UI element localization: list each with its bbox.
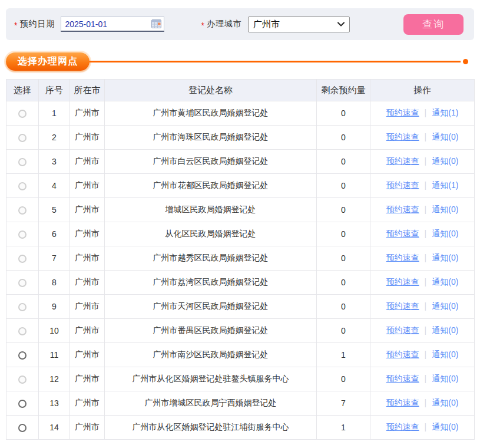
row-city: 广州市 — [70, 126, 105, 150]
quick-check-link[interactable]: 预约速查 — [386, 180, 419, 190]
notify-link[interactable]: 通知(0) — [432, 229, 458, 238]
row-select-radio[interactable] — [18, 400, 27, 408]
row-registry-name: 广州市海珠区民政局婚姻登记处 — [105, 126, 317, 150]
row-city: 广州市 — [70, 416, 105, 440]
row-select-radio — [18, 279, 27, 287]
row-remaining-count: 0 — [317, 271, 370, 295]
notify-link[interactable]: 通知(0) — [432, 132, 458, 141]
row-index: 13 — [39, 391, 70, 416]
row-select-radio — [18, 303, 27, 311]
notify-link[interactable]: 通知(0) — [432, 277, 458, 286]
row-remaining-count: 0 — [317, 367, 370, 391]
header-index: 序号 — [39, 80, 70, 101]
notify-link[interactable]: 通知(0) — [432, 398, 458, 407]
row-registry-name: 广州市天河区民政局婚姻登记处 — [105, 295, 317, 319]
table-row: 14 广州市 广州市从化区婚姻登记处驻江埔街服务中心 1 预约速查|通知(0) — [6, 416, 475, 440]
row-city: 广州市 — [70, 367, 105, 391]
notify-link[interactable]: 通知(0) — [432, 156, 458, 166]
row-select-radio — [18, 327, 27, 335]
table-row: 1 广州市 广州市黄埔区民政局婚姻登记处 0 预约速查|通知(1) — [6, 101, 475, 126]
row-registry-name: 广州市番禺区民政局婚姻登记处 — [105, 319, 317, 343]
quick-check-link[interactable]: 预约速查 — [386, 350, 419, 359]
link-separator: | — [425, 325, 427, 335]
link-separator: | — [425, 374, 427, 383]
notify-link[interactable]: 通知(0) — [432, 422, 458, 431]
quick-check-link[interactable]: 预约速查 — [386, 108, 419, 117]
header-actions: 操作 — [370, 80, 475, 101]
row-registry-name: 增城区民政局婚姻登记处 — [105, 198, 317, 222]
table-row: 13 广州市 广州市增城区民政局宁西婚姻登记处 7 预约速查|通知(0) — [6, 391, 475, 416]
table-row: 4 广州市 广州市花都区民政局婚姻登记处 0 预约速查|通知(1) — [6, 174, 475, 198]
quick-check-link[interactable]: 预约速查 — [386, 156, 419, 166]
row-remaining-count: 1 — [317, 343, 370, 367]
row-remaining-count: 0 — [317, 198, 370, 222]
row-index: 10 — [39, 319, 70, 343]
notify-link[interactable]: 通知(1) — [432, 180, 458, 190]
row-city: 广州市 — [70, 391, 105, 416]
quick-check-link[interactable]: 预约速查 — [386, 132, 419, 141]
quick-check-link[interactable]: 预约速查 — [386, 398, 419, 407]
quick-check-link[interactable]: 预约速查 — [386, 205, 419, 214]
notify-link[interactable]: 通知(1) — [432, 108, 458, 117]
query-bar: * 预约日期 2025-01-01 * 办理城市 广州市 查询 — [6, 8, 474, 40]
header-city: 所在市 — [70, 80, 105, 101]
row-index: 12 — [39, 367, 70, 391]
date-input[interactable]: 2025-01-01 — [61, 17, 164, 32]
notify-link[interactable]: 通知(0) — [432, 205, 458, 214]
row-index: 7 — [39, 246, 70, 271]
notify-link[interactable]: 通知(0) — [432, 325, 458, 335]
row-remaining-count: 7 — [317, 391, 370, 416]
row-select-radio[interactable] — [18, 351, 27, 360]
row-registry-name: 广州市荔湾区民政局婚姻登记处 — [105, 271, 317, 295]
table-row: 2 广州市 广州市海珠区民政局婚姻登记处 0 预约速查|通知(0) — [6, 126, 475, 150]
quick-check-link[interactable]: 预约速查 — [386, 229, 419, 238]
link-separator: | — [425, 229, 427, 238]
table-row: 8 广州市 广州市荔湾区民政局婚姻登记处 0 预约速查|通知(0) — [6, 271, 475, 295]
row-registry-name: 广州市黄埔区民政局婚姻登记处 — [105, 101, 317, 126]
table-row: 9 广州市 广州市天河区民政局婚姻登记处 0 预约速查|通知(0) — [6, 295, 475, 319]
row-registry-name: 广州市增城区民政局宁西婚姻登记处 — [105, 391, 317, 416]
table-row: 10 广州市 广州市番禺区民政局婚姻登记处 0 预约速查|通知(0) — [6, 319, 475, 343]
city-select[interactable]: 广州市 — [248, 17, 350, 32]
row-remaining-count: 0 — [317, 126, 370, 150]
row-city: 广州市 — [70, 174, 105, 198]
row-index: 6 — [39, 222, 70, 246]
quick-check-link[interactable]: 预约速查 — [386, 253, 419, 262]
quick-check-link[interactable]: 预约速查 — [386, 422, 419, 431]
notify-link[interactable]: 通知(0) — [432, 374, 458, 383]
row-remaining-count: 0 — [317, 222, 370, 246]
link-separator: | — [425, 205, 427, 214]
notify-link[interactable]: 通知(0) — [432, 253, 458, 262]
row-index: 1 — [39, 101, 70, 126]
row-index: 2 — [39, 126, 70, 150]
row-remaining-count: 0 — [317, 319, 370, 343]
quick-check-link[interactable]: 预约速查 — [386, 374, 419, 383]
quick-check-link[interactable]: 预约速查 — [386, 301, 419, 311]
row-index: 8 — [39, 271, 70, 295]
row-select-radio — [18, 134, 27, 142]
table-row: 7 广州市 广州市越秀区民政局婚姻登记处 0 预约速查|通知(0) — [6, 246, 475, 271]
row-select-radio — [18, 182, 27, 190]
row-registry-name: 广州市越秀区民政局婚姻登记处 — [105, 246, 317, 271]
row-select-radio — [18, 230, 27, 239]
row-index: 4 — [39, 174, 70, 198]
quick-check-link[interactable]: 预约速查 — [386, 325, 419, 335]
notify-link[interactable]: 通知(0) — [432, 301, 458, 311]
quick-check-link[interactable]: 预约速查 — [386, 277, 419, 286]
date-field: * 预约日期 2025-01-01 — [14, 17, 164, 32]
calendar-icon[interactable] — [151, 19, 161, 28]
row-select-radio[interactable] — [18, 424, 27, 432]
row-remaining-count: 0 — [317, 246, 370, 271]
chevron-down-icon — [337, 22, 345, 27]
section-header: 选择办理网点 — [6, 52, 474, 71]
required-asterisk: * — [201, 21, 204, 30]
required-asterisk: * — [14, 21, 17, 30]
link-separator: | — [425, 350, 427, 359]
search-button[interactable]: 查询 — [403, 14, 464, 35]
row-registry-name: 从化区民政局婚姻登记处 — [105, 222, 317, 246]
row-remaining-count: 0 — [317, 295, 370, 319]
table-row: 12 广州市 广州市从化区婚姻登记处驻鳌头镇服务中心 0 预约速查|通知(0) — [6, 367, 475, 391]
row-registry-name: 广州市白云区民政局婚姻登记处 — [105, 150, 317, 174]
notify-link[interactable]: 通知(0) — [432, 350, 458, 359]
table-row: 6 广州市 从化区民政局婚姻登记处 0 预约速查|通知(0) — [6, 222, 475, 246]
